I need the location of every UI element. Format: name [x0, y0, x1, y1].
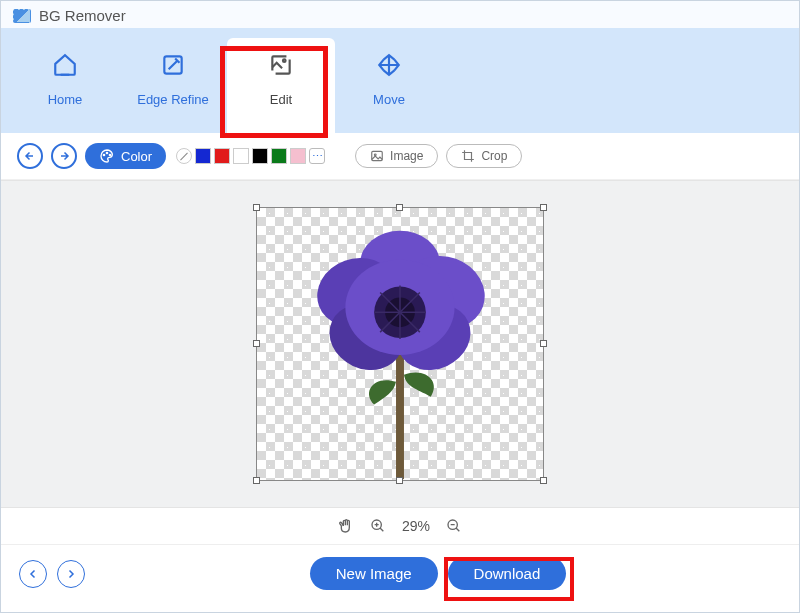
app-logo-icon	[13, 9, 31, 23]
prev-button[interactable]	[19, 560, 47, 588]
svg-point-2	[103, 154, 104, 155]
swatch-red[interactable]	[214, 148, 230, 164]
handle-br[interactable]	[540, 477, 547, 484]
handle-t[interactable]	[396, 204, 403, 211]
nav-edit[interactable]: Edit	[227, 38, 335, 133]
nav-move-label: Move	[335, 92, 443, 107]
new-image-button[interactable]: New Image	[310, 557, 438, 590]
footer-bar: New Image Download	[1, 544, 799, 602]
handle-b[interactable]	[396, 477, 403, 484]
handle-r[interactable]	[540, 340, 547, 347]
handle-tl[interactable]	[253, 204, 260, 211]
image-icon	[370, 149, 384, 163]
image-button[interactable]: Image	[355, 144, 438, 168]
image-button-label: Image	[390, 149, 423, 163]
artboard[interactable]	[256, 207, 544, 481]
svg-point-3	[106, 152, 107, 153]
svg-point-1	[283, 59, 286, 62]
color-pill-label: Color	[121, 149, 152, 164]
redo-button[interactable]	[51, 143, 77, 169]
palette-icon	[99, 148, 115, 164]
next-button[interactable]	[57, 560, 85, 588]
zoom-in-icon[interactable]	[370, 518, 386, 534]
move-icon	[376, 52, 402, 78]
undo-button[interactable]	[17, 143, 43, 169]
svg-rect-7	[396, 352, 404, 479]
handle-bl[interactable]	[253, 477, 260, 484]
nav-edge-refine-label: Edge Refine	[119, 92, 227, 107]
zoom-value: 29%	[402, 518, 430, 534]
swatch-none[interactable]	[176, 148, 192, 164]
swatch-black[interactable]	[252, 148, 268, 164]
swatch-blue[interactable]	[195, 148, 211, 164]
subject-image[interactable]	[257, 208, 543, 480]
zoom-bar: 29%	[1, 508, 799, 544]
color-pill[interactable]: Color	[85, 143, 166, 169]
nav-move[interactable]: Move	[335, 38, 443, 107]
crop-icon	[461, 149, 475, 163]
pan-icon[interactable]	[338, 518, 354, 534]
handle-tr[interactable]	[540, 204, 547, 211]
handle-l[interactable]	[253, 340, 260, 347]
edit-icon	[268, 52, 294, 78]
zoom-out-icon[interactable]	[446, 518, 462, 534]
home-icon	[52, 52, 78, 78]
nav-home-label: Home	[11, 92, 119, 107]
canvas-area[interactable]	[1, 180, 799, 508]
color-swatches: ⋯	[176, 148, 325, 164]
main-toolbar: Home Edge Refine Edit Move	[1, 28, 799, 133]
edit-sub-toolbar: Color ⋯ Image Crop	[1, 133, 799, 180]
swatch-green[interactable]	[271, 148, 287, 164]
svg-rect-5	[372, 151, 383, 160]
edge-refine-icon	[160, 52, 186, 78]
nav-edge-refine[interactable]: Edge Refine	[119, 38, 227, 107]
title-bar: BG Remover	[1, 1, 799, 28]
crop-button-label: Crop	[481, 149, 507, 163]
crop-button[interactable]: Crop	[446, 144, 522, 168]
swatch-more[interactable]: ⋯	[309, 148, 325, 164]
swatch-white[interactable]	[233, 148, 249, 164]
swatch-pink[interactable]	[290, 148, 306, 164]
nav-edit-label: Edit	[227, 92, 335, 107]
app-title: BG Remover	[39, 7, 126, 24]
download-button[interactable]: Download	[448, 557, 567, 590]
nav-home[interactable]: Home	[11, 38, 119, 107]
svg-point-4	[109, 154, 110, 155]
